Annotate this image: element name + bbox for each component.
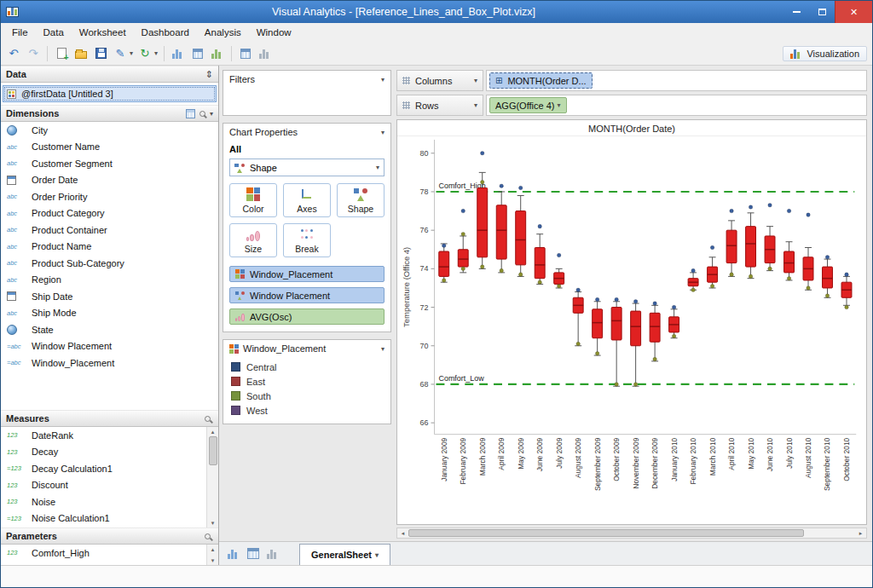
dimension-customer-segment[interactable]: abcCustomer Segment xyxy=(1,155,218,172)
filters-card-header[interactable]: Filters ▾ xyxy=(223,71,390,88)
maximize-button[interactable] xyxy=(809,1,835,23)
grid-view-icon[interactable] xyxy=(190,46,205,61)
visualization-button[interactable]: Visualization xyxy=(783,46,867,61)
dimension-ship-date[interactable]: Ship Date xyxy=(1,288,218,305)
size-button[interactable]: Size xyxy=(229,223,277,257)
dimension-city[interactable]: City xyxy=(1,122,218,139)
menu-dashboard[interactable]: Dashboard xyxy=(134,25,197,40)
menu-window[interactable]: Window xyxy=(249,25,299,40)
scroll-down-icon[interactable]: ▾ xyxy=(211,518,215,527)
parameters-scrollbar[interactable]: ▴ ▾ xyxy=(206,545,218,565)
dimension-window-placement[interactable]: =abcWindow Placement xyxy=(1,338,218,355)
histogram-icon[interactable] xyxy=(210,46,225,61)
search-icon[interactable] xyxy=(205,533,211,539)
columns-caret-icon[interactable]: ▾ xyxy=(474,77,477,84)
legend-item-south[interactable]: South xyxy=(231,389,383,403)
save-icon[interactable] xyxy=(93,46,108,61)
columns-shelf-label[interactable]: Columns ▾ xyxy=(396,70,483,91)
rows-caret-icon[interactable]: ▾ xyxy=(474,101,477,109)
rows-pill[interactable]: AGG(Office 4) ▾ xyxy=(489,97,567,113)
close-button[interactable]: ✕ xyxy=(835,1,872,23)
redo-icon[interactable]: ↷ xyxy=(26,46,41,61)
dimension-product-category[interactable]: abcProduct Category xyxy=(1,205,218,222)
dimension-customer-name[interactable]: abcCustomer Name xyxy=(1,139,218,156)
legend-header[interactable]: Window_Placement ▾ xyxy=(223,340,390,357)
fit-view-icon[interactable] xyxy=(257,46,273,61)
swap-axes-icon[interactable] xyxy=(238,46,253,61)
measure-daterank[interactable]: 123DateRank xyxy=(1,427,205,444)
sheet-list-icon[interactable] xyxy=(267,549,279,559)
horizontal-scrollbar[interactable]: ◂ ▸ xyxy=(396,527,867,539)
legend-caret-icon[interactable]: ▾ xyxy=(381,345,384,353)
refresh-data-icon[interactable]: ↻ xyxy=(137,46,153,61)
legend-item-west[interactable]: West xyxy=(231,403,383,418)
mark-type-dropdown[interactable]: Shape ▾ xyxy=(229,159,384,176)
mark-pill-window-placement[interactable]: Window Placement xyxy=(229,287,384,303)
data-source-item[interactable]: @firstData [Untitled 3] xyxy=(3,85,217,102)
sheet-tab-caret-icon[interactable]: ▾ xyxy=(375,551,379,559)
pill-caret-icon[interactable]: ▾ xyxy=(557,101,560,109)
new-workbook-icon[interactable] xyxy=(54,46,69,61)
measure-noise-calculation1[interactable]: =123Noise Calculation1 xyxy=(1,510,205,527)
view-data-icon[interactable] xyxy=(186,109,195,118)
columns-shelf[interactable]: ⊞ MONTH(Order D... xyxy=(486,70,867,91)
dimension-order-date[interactable]: Order Date xyxy=(1,172,218,189)
columns-pill[interactable]: ⊞ MONTH(Order D... xyxy=(489,72,593,89)
pen-caret-icon[interactable]: ▾ xyxy=(130,49,133,57)
format-pen-icon[interactable]: ✎ xyxy=(113,46,128,61)
filters-shelf[interactable] xyxy=(223,88,390,115)
menu-data[interactable]: Data xyxy=(36,25,72,40)
sheet-tab[interactable]: GeneralSheet ▾ xyxy=(299,544,390,565)
refresh-caret-icon[interactable]: ▾ xyxy=(154,49,158,57)
scroll-down-icon[interactable]: ▾ xyxy=(211,556,215,565)
mark-pill-avg-osc-[interactable]: AVG(Osc) xyxy=(229,308,384,325)
color-button[interactable]: Color xyxy=(229,183,277,217)
shape-button[interactable]: Shape xyxy=(337,183,384,217)
bar-chart-icon[interactable] xyxy=(171,46,186,61)
legend-item-east[interactable]: East xyxy=(231,374,383,389)
new-dashboard-icon[interactable] xyxy=(247,548,259,559)
chart-properties-header[interactable]: Chart Properties ▾ xyxy=(223,124,390,141)
scroll-left-icon[interactable]: ◂ xyxy=(397,528,408,538)
rows-shelf-label[interactable]: Rows ▾ xyxy=(396,95,483,116)
menu-worksheet[interactable]: Worksheet xyxy=(72,25,134,40)
menu-file[interactable]: File xyxy=(4,25,36,40)
mark-pill-window-placement[interactable]: Window_Placement xyxy=(229,266,384,282)
scroll-up-icon[interactable]: ▴ xyxy=(211,427,215,436)
open-file-icon[interactable] xyxy=(73,46,89,61)
measure-discount[interactable]: 123Discount xyxy=(1,477,205,494)
dimension-product-container[interactable]: abcProduct Container xyxy=(1,222,218,239)
scroll-thumb[interactable] xyxy=(408,529,804,537)
dimension-order-priority[interactable]: abcOrder Priority xyxy=(1,188,218,205)
dimension-product-sub-category[interactable]: abcProduct Sub-Category xyxy=(1,255,218,272)
expand-field-icon[interactable]: ⊞ xyxy=(495,76,502,85)
parameter-comfort-high[interactable]: 123Comfort_High xyxy=(1,545,205,562)
search-icon[interactable] xyxy=(199,111,205,117)
menu-analysis[interactable]: Analysis xyxy=(197,25,249,40)
new-worksheet-icon[interactable] xyxy=(228,549,240,559)
filters-caret-icon[interactable]: ▾ xyxy=(381,76,384,84)
search-icon[interactable] xyxy=(205,416,211,422)
scroll-up-icon[interactable]: ▴ xyxy=(211,545,215,554)
minimize-button[interactable] xyxy=(783,1,809,23)
scroll-right-icon[interactable]: ▸ xyxy=(855,528,866,538)
dimension-ship-mode[interactable]: abcShip Mode xyxy=(1,305,218,322)
chart-properties-caret-icon[interactable]: ▾ xyxy=(381,129,384,136)
measure-noise[interactable]: 123Noise xyxy=(1,493,205,510)
measures-scrollbar[interactable]: ▴ ▾ xyxy=(206,427,218,527)
dimension-region[interactable]: abcRegion xyxy=(1,272,218,289)
dimensions-menu-icon[interactable]: ▾ xyxy=(210,110,213,118)
axes-button[interactable]: Axes xyxy=(283,183,331,217)
scroll-thumb[interactable] xyxy=(209,436,217,465)
dropdown-caret-icon[interactable]: ▾ xyxy=(376,164,379,171)
break-button[interactable]: Break xyxy=(283,223,331,257)
dimension-state[interactable]: State xyxy=(1,321,218,338)
dimension-window-placement[interactable]: =abcWindow_Placement xyxy=(1,355,218,372)
swap-panels-icon[interactable]: ⇕ xyxy=(205,69,213,80)
measure-decay[interactable]: 123Decay xyxy=(1,444,205,461)
rows-shelf[interactable]: AGG(Office 4) ▾ xyxy=(486,95,867,116)
dimension-product-name[interactable]: abcProduct Name xyxy=(1,239,218,256)
measure-decay-calculation1[interactable]: =123Decay Calculation1 xyxy=(1,460,205,477)
box-plot-chart[interactable]: 6668707274767880Temperature (Office 4)Co… xyxy=(397,136,862,524)
undo-icon[interactable]: ↶ xyxy=(6,46,21,61)
